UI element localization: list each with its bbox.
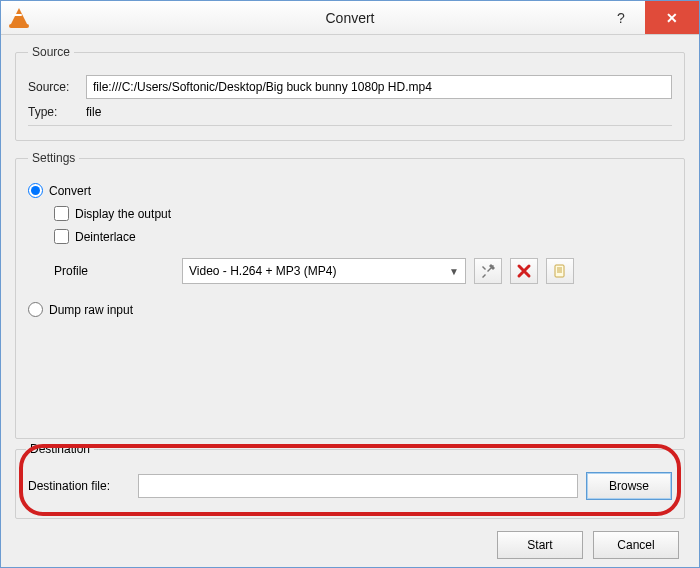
dialog-footer: Start Cancel [15,529,685,559]
svg-rect-0 [555,265,564,277]
close-button[interactable]: ✕ [645,1,699,34]
convert-dialog: Convert ? ✕ Source Source: Type: file Se… [0,0,700,568]
chevron-down-icon: ▼ [449,266,459,277]
titlebar: Convert ? ✕ [1,1,699,35]
type-value: file [86,105,101,119]
wrench-icon [480,263,496,279]
delete-x-icon [516,263,532,279]
convert-radio-label: Convert [49,184,91,198]
display-output-checkbox[interactable] [54,206,69,221]
dump-radio-label: Dump raw input [49,303,133,317]
destination-group: Destination Destination file: Browse [15,449,685,519]
new-file-icon [552,263,568,279]
dump-radio[interactable] [28,302,43,317]
settings-legend: Settings [28,151,79,165]
settings-group: Settings Convert Display the output Dein… [15,151,685,439]
cancel-button[interactable]: Cancel [593,531,679,559]
type-label: Type: [28,105,78,119]
delete-profile-button[interactable] [510,258,538,284]
profile-select[interactable]: Video - H.264 + MP3 (MP4) ▼ [182,258,466,284]
display-output-row[interactable]: Display the output [54,206,672,221]
source-group: Source Source: Type: file [15,45,685,141]
deinterlace-row[interactable]: Deinterlace [54,229,672,244]
browse-button[interactable]: Browse [586,472,672,500]
start-button[interactable]: Start [497,531,583,559]
source-label: Source: [28,80,78,94]
convert-radio[interactable] [28,183,43,198]
destination-legend: Destination [26,442,94,456]
divider [28,125,672,126]
destination-file-input[interactable] [138,474,578,498]
display-output-label: Display the output [75,207,171,221]
dump-radio-row[interactable]: Dump raw input [28,302,672,317]
profile-selected-value: Video - H.264 + MP3 (MP4) [189,264,337,278]
deinterlace-checkbox[interactable] [54,229,69,244]
dialog-body: Source Source: Type: file Settings Conve… [1,35,699,567]
deinterlace-label: Deinterlace [75,230,136,244]
help-button[interactable]: ? [597,1,645,34]
edit-profile-button[interactable] [474,258,502,284]
vlc-cone-icon [9,8,29,28]
window-title: Convert [1,10,699,26]
destination-file-label: Destination file: [28,479,130,493]
new-profile-button[interactable] [546,258,574,284]
profile-label: Profile [54,264,174,278]
convert-radio-row[interactable]: Convert [28,183,672,198]
source-legend: Source [28,45,74,59]
window-controls: ? ✕ [597,1,699,34]
source-input[interactable] [86,75,672,99]
